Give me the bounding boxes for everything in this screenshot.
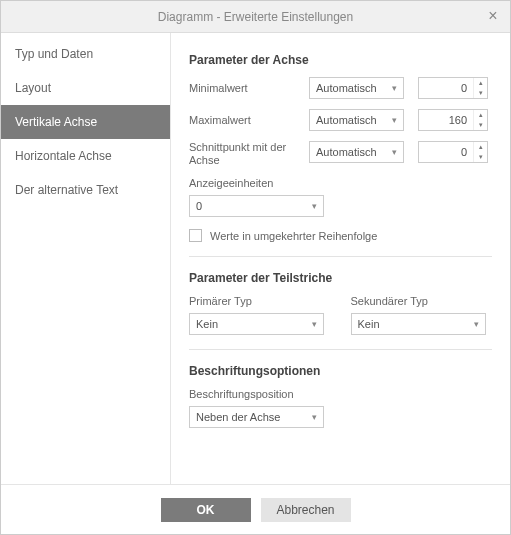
cancel-button[interactable]: Abbrechen — [261, 498, 351, 522]
cross-label: Schnittpunkt mit der Achse — [189, 141, 309, 167]
chevron-down-icon: ▾ — [312, 412, 317, 422]
row-cross: Schnittpunkt mit der Achse Automatisch ▾… — [189, 141, 492, 167]
spinner[interactable]: ▴▾ — [473, 142, 487, 162]
dialog-title: Diagramm - Erweiterte Einstellungen — [158, 10, 353, 24]
units-label: Anzeigeeinheiten — [189, 177, 492, 189]
cross-mode-select[interactable]: Automatisch ▾ — [309, 141, 404, 163]
labels-section-title: Beschriftungsoptionen — [189, 364, 492, 378]
primary-type-label: Primärer Typ — [189, 295, 331, 307]
max-value-input[interactable]: 160 ▴▾ — [418, 109, 488, 131]
dialog-body: Typ und Daten Layout Vertikale Achse Hor… — [1, 33, 510, 484]
spinner[interactable]: ▴▾ — [473, 78, 487, 98]
ticks-section-title: Parameter der Teilstriche — [189, 271, 492, 285]
reverse-checkbox-row: Werte in umgekehrter Reihenfolge — [189, 229, 492, 242]
sidebar-item-horizontal-axis[interactable]: Horizontale Achse — [1, 139, 170, 173]
chevron-down-icon: ▾ — [392, 147, 397, 157]
spin-up-icon: ▴ — [474, 78, 487, 88]
reverse-label: Werte in umgekehrter Reihenfolge — [210, 230, 377, 242]
chevron-down-icon: ▾ — [474, 319, 479, 329]
divider — [189, 256, 492, 257]
units-select[interactable]: 0 ▾ — [189, 195, 324, 217]
dialog: Diagramm - Erweiterte Einstellungen × Ty… — [0, 0, 511, 535]
secondary-type-label: Sekundärer Typ — [351, 295, 493, 307]
row-min: Minimalwert Automatisch ▾ 0 ▴▾ — [189, 77, 492, 99]
titlebar: Diagramm - Erweiterte Einstellungen × — [1, 1, 510, 33]
chevron-down-icon: ▾ — [392, 83, 397, 93]
sidebar-item-type-data[interactable]: Typ und Daten — [1, 37, 170, 71]
cross-value-input[interactable]: 0 ▴▾ — [418, 141, 488, 163]
chevron-down-icon: ▾ — [392, 115, 397, 125]
axis-section-title: Parameter der Achse — [189, 53, 492, 67]
sidebar: Typ und Daten Layout Vertikale Achse Hor… — [1, 33, 171, 484]
row-max: Maximalwert Automatisch ▾ 160 ▴▾ — [189, 109, 492, 131]
chevron-down-icon: ▾ — [312, 319, 317, 329]
units-block: Anzeigeeinheiten 0 ▾ — [189, 177, 492, 217]
label-pos-select[interactable]: Neben der Achse ▾ — [189, 406, 324, 428]
spinner[interactable]: ▴▾ — [473, 110, 487, 130]
chevron-down-icon: ▾ — [312, 201, 317, 211]
ok-button[interactable]: OK — [161, 498, 251, 522]
sidebar-item-vertical-axis[interactable]: Vertikale Achse — [1, 105, 170, 139]
footer: OK Abbrechen — [1, 484, 510, 534]
spin-down-icon: ▾ — [474, 88, 487, 98]
sidebar-item-alt-text[interactable]: Der alternative Text — [1, 173, 170, 207]
sidebar-item-layout[interactable]: Layout — [1, 71, 170, 105]
spin-up-icon: ▴ — [474, 110, 487, 120]
label-pos-label: Beschriftungsposition — [189, 388, 492, 400]
spin-up-icon: ▴ — [474, 142, 487, 152]
min-label: Minimalwert — [189, 82, 309, 94]
reverse-checkbox[interactable] — [189, 229, 202, 242]
close-icon[interactable]: × — [484, 7, 502, 25]
spin-down-icon: ▾ — [474, 152, 487, 162]
max-mode-select[interactable]: Automatisch ▾ — [309, 109, 404, 131]
min-mode-select[interactable]: Automatisch ▾ — [309, 77, 404, 99]
min-value-input[interactable]: 0 ▴▾ — [418, 77, 488, 99]
max-label: Maximalwert — [189, 114, 309, 126]
primary-type-select[interactable]: Kein ▾ — [189, 313, 324, 335]
divider — [189, 349, 492, 350]
content: Parameter der Achse Minimalwert Automati… — [171, 33, 510, 484]
ticks-row: Primärer Typ Kein ▾ Sekundärer Typ Kein … — [189, 295, 492, 335]
secondary-type-select[interactable]: Kein ▾ — [351, 313, 486, 335]
spin-down-icon: ▾ — [474, 120, 487, 130]
